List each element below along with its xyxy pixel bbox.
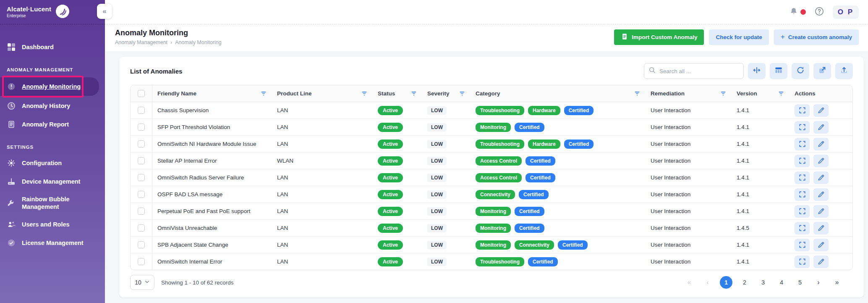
breadcrumb-item[interactable]: Anomaly Management (115, 40, 167, 45)
cell-friendly-name: Perpetual PoE and Fast PoE support (152, 203, 272, 219)
edit-row-button[interactable] (813, 121, 829, 134)
fit-columns-button[interactable] (748, 63, 766, 79)
prev-page-button[interactable]: ‹ (701, 276, 714, 289)
row-checkbox[interactable] (138, 140, 145, 148)
filter-icon[interactable] (361, 90, 368, 97)
edit-row-button[interactable] (813, 205, 829, 218)
category-chip: Certified (528, 257, 558, 266)
page-button-2[interactable]: 2 (738, 276, 751, 289)
cell-remediation: User Interaction (646, 186, 732, 203)
sidebar-item-anomaly-history[interactable]: Anomaly History (0, 97, 105, 114)
edit-row-button[interactable] (813, 222, 829, 234)
edit-row-button[interactable] (813, 188, 829, 201)
select-all-checkbox[interactable] (138, 90, 145, 97)
filter-icon[interactable] (260, 90, 267, 97)
export-up-button[interactable] (835, 63, 853, 79)
sidebar-item-anomaly-report[interactable]: Anomaly Report (0, 116, 105, 133)
help-button[interactable] (814, 6, 824, 18)
edit-row-button[interactable] (813, 138, 829, 150)
sidebar-nav: DashboardANOMALY MANAGEMENTAnomaly Monit… (0, 24, 105, 251)
status-badge: Active (378, 106, 403, 115)
next-page-button[interactable]: › (812, 276, 825, 289)
category-chip: Monitoring (476, 240, 511, 250)
filter-icon[interactable] (778, 90, 784, 97)
sidebar-item-configuration[interactable]: Configuration (0, 155, 105, 171)
cell-version: 1.4.1 (732, 186, 790, 203)
open-expand-button[interactable] (813, 63, 831, 79)
notifications-button[interactable] (790, 7, 806, 17)
severity-badge: LOW (427, 174, 447, 182)
sidebar-item-dashboard[interactable]: Dashboard (0, 39, 105, 55)
page-button-1[interactable]: 1 (720, 276, 732, 289)
page-header: Anomaly Monitoring Anomaly Management › … (105, 24, 868, 51)
sidebar-item-license-management[interactable]: License Management (0, 234, 105, 251)
import-custom-anomaly-button[interactable]: Import Custom Anomaly (614, 29, 704, 45)
expand-row-button[interactable] (795, 171, 810, 184)
brand-logo-icon (55, 4, 70, 20)
refresh-button[interactable] (792, 63, 809, 79)
row-checkbox[interactable] (138, 191, 145, 198)
first-page-button[interactable]: « (683, 276, 695, 289)
edit-row-button[interactable] (813, 171, 829, 184)
row-checkbox[interactable] (138, 107, 145, 114)
expand-row-button[interactable] (795, 222, 810, 234)
expand-row-button[interactable] (795, 104, 810, 117)
edit-row-button[interactable] (813, 155, 829, 167)
page-button-3[interactable]: 3 (757, 276, 769, 289)
sidebar-item-label: Users and Roles (22, 221, 70, 228)
last-page-button[interactable]: » (831, 276, 843, 289)
filter-icon[interactable] (634, 90, 641, 97)
sidebar-collapse-button[interactable]: « (97, 4, 112, 19)
expand-row-button[interactable] (795, 239, 810, 251)
search-input[interactable] (659, 68, 739, 74)
severity-badge: LOW (427, 140, 447, 148)
edit-row-button[interactable] (813, 256, 829, 268)
column-label: Status (378, 90, 395, 97)
page-button-4[interactable]: 4 (775, 276, 788, 289)
cell-status: Active (373, 220, 422, 236)
column-label: Product Line (277, 90, 312, 97)
row-checkbox[interactable] (138, 174, 145, 181)
expand-row-button[interactable] (795, 121, 810, 134)
row-checkbox[interactable] (138, 224, 145, 232)
category-chip: Certified (526, 173, 555, 182)
cell-actions (790, 220, 852, 236)
row-checkbox-cell (131, 237, 152, 253)
row-checkbox[interactable] (138, 208, 145, 215)
main-area: O P Anomaly Monitoring Anomaly Managemen… (105, 0, 868, 303)
cell-status: Active (373, 237, 422, 253)
table-columns-icon (774, 66, 783, 76)
edit-row-button[interactable] (813, 239, 829, 251)
create-custom-anomaly-button[interactable]: + Create custom anomaly (774, 29, 859, 45)
expand-row-button[interactable] (795, 256, 810, 268)
table-columns-button[interactable] (770, 63, 787, 79)
expand-row-button[interactable] (795, 205, 810, 218)
row-checkbox[interactable] (138, 124, 145, 131)
filter-icon[interactable] (459, 90, 465, 97)
category-chip: Monitoring (476, 224, 511, 233)
row-checkbox[interactable] (138, 258, 145, 265)
expand-row-button[interactable] (795, 188, 810, 201)
page-size-select[interactable]: 10 (130, 275, 154, 290)
page-button-5[interactable]: 5 (794, 276, 806, 289)
row-checkbox[interactable] (138, 241, 145, 248)
export-up-icon (840, 66, 848, 76)
category-chip: Monitoring (476, 123, 511, 132)
row-checkbox[interactable] (138, 157, 145, 164)
sidebar-item-label: Anomaly Report (22, 121, 69, 128)
sidebar-item-anomaly-monitoring[interactable]: Anomaly Monitoring (0, 77, 99, 96)
cell-category: ConnectivityCertified (471, 186, 646, 203)
filter-icon[interactable] (720, 90, 727, 97)
sidebar-item-users-and-roles[interactable]: Users and Roles (0, 216, 105, 233)
user-avatar-initials[interactable]: O P (833, 5, 859, 19)
expand-row-button[interactable] (795, 155, 810, 167)
sidebar-item-device-management[interactable]: Device Management (0, 173, 105, 190)
column-header-status: Status (373, 85, 422, 102)
edit-row-button[interactable] (813, 104, 829, 117)
filter-icon[interactable] (410, 90, 417, 97)
cell-actions (790, 186, 852, 203)
check-for-update-button[interactable]: Check for update (709, 29, 769, 45)
sidebar-item-rainbow-bubble-management[interactable]: Rainbow Bubble Management (0, 192, 105, 214)
expand-row-button[interactable] (795, 138, 810, 150)
cell-version: 1.4.1 (732, 203, 790, 219)
